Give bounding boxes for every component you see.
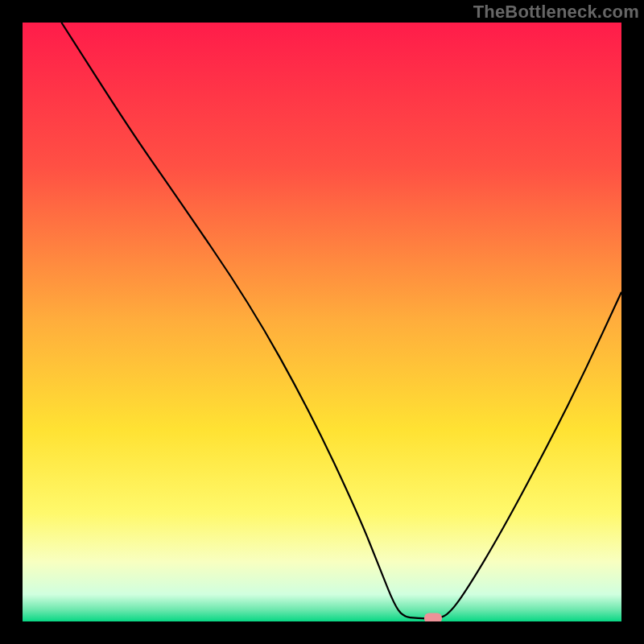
gradient-background	[23, 23, 621, 621]
svg-rect-0	[23, 23, 621, 621]
optimal-point-marker	[424, 613, 442, 621]
plot-area	[23, 23, 621, 621]
watermark-text: TheBottleneck.com	[473, 2, 639, 23]
chart-container: TheBottleneck.com	[0, 0, 644, 644]
